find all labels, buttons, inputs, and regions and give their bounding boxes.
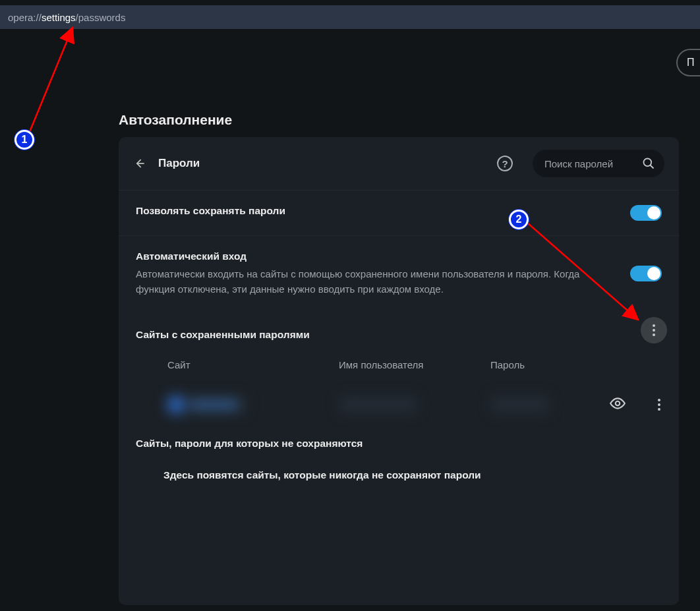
row-allow-save-passwords: Позволять сохранять пароли xyxy=(119,190,679,235)
help-glyph: ? xyxy=(502,158,508,169)
url-seg-path: /passwords xyxy=(76,12,126,23)
never-save-section: Сайты, пароли для которых не сохраняются… xyxy=(119,424,679,494)
back-arrow-icon[interactable] xyxy=(133,157,146,170)
passwords-card: Пароли ? Позволять сохранять пароли Авто… xyxy=(119,137,679,605)
reveal-password-icon[interactable] xyxy=(609,395,626,412)
toggle-auto-signin[interactable] xyxy=(630,266,662,281)
panel-title: Пароли xyxy=(158,157,200,170)
table-header: Сайт Имя пользователя Пароль xyxy=(136,359,662,370)
settings-header-strip: П xyxy=(0,29,700,87)
never-section-empty-message: Здесь появятся сайты, которые никогда не… xyxy=(136,469,662,481)
row-auto-signin: Автоматический вход Автоматически входит… xyxy=(119,235,679,312)
saved-passwords-section: Сайты с сохраненными паролями Сайт Имя п… xyxy=(119,312,679,424)
cell-site xyxy=(167,395,339,414)
col-user: Имя пользователя xyxy=(339,359,490,370)
section-title: Автозаполнение xyxy=(119,112,232,128)
cell-username xyxy=(339,395,490,414)
row-label: Позволять сохранять пароли xyxy=(136,205,617,217)
header-pill-button[interactable]: П xyxy=(676,49,700,76)
col-site: Сайт xyxy=(167,359,339,370)
help-icon[interactable]: ? xyxy=(497,156,513,171)
col-pass: Пароль xyxy=(490,359,609,370)
saved-section-more-button[interactable] xyxy=(641,317,667,343)
row-description: Автоматически входить на сайты с помощью… xyxy=(136,266,584,297)
address-bar[interactable]: opera:// settings /passwords xyxy=(0,0,700,29)
never-section-title: Сайты, пароли для которых не сохраняются xyxy=(136,438,662,450)
url-seg-host: settings xyxy=(42,12,76,23)
url-seg-scheme: opera:// xyxy=(8,12,42,23)
annotation-bubble-1: 1 xyxy=(15,130,34,150)
svg-point-0 xyxy=(644,159,652,167)
table-row[interactable] xyxy=(136,385,662,424)
toggle-allow-save[interactable] xyxy=(630,205,662,221)
saved-section-title: Сайты с сохраненными паролями xyxy=(136,329,662,341)
header-pill-label: П xyxy=(687,57,695,69)
annotation-number: 1 xyxy=(22,134,28,146)
search-input[interactable] xyxy=(544,158,642,169)
cell-password xyxy=(490,395,609,414)
svg-point-1 xyxy=(616,401,620,405)
search-field[interactable] xyxy=(533,150,664,177)
search-icon xyxy=(642,157,655,170)
card-header: Пароли ? xyxy=(119,137,679,190)
row-more-button[interactable] xyxy=(649,394,670,415)
row-label: Автоматический вход xyxy=(136,250,617,262)
